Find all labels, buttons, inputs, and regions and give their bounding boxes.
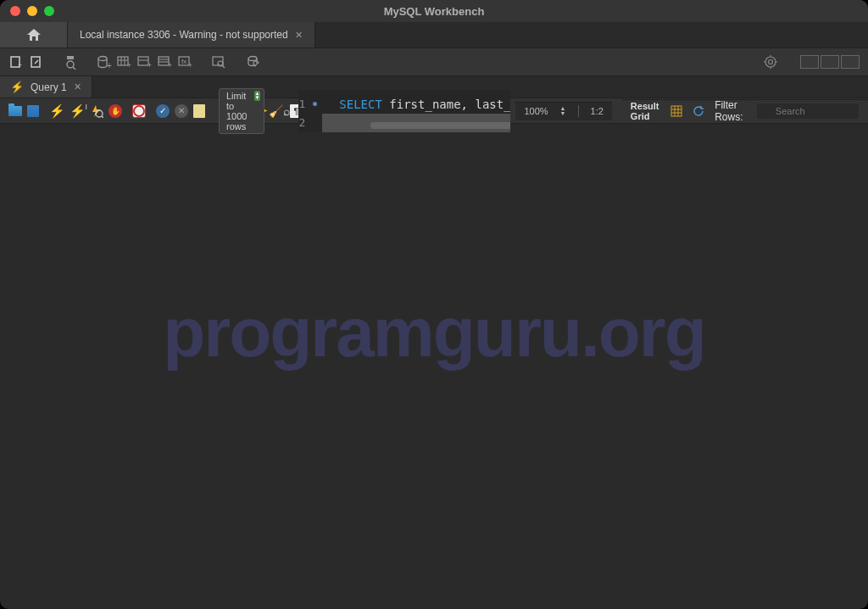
main-toolbar: + + + + + fx+: [0, 47, 868, 76]
refresh-icon[interactable]: [693, 104, 704, 118]
zoom-percent: 100%: [524, 106, 548, 116]
stop-button[interactable]: [108, 103, 122, 119]
open-sql-file-button[interactable]: [29, 54, 44, 70]
svg-point-4: [67, 61, 74, 68]
svg-point-26: [248, 57, 257, 61]
beautify-button[interactable]: 🧹: [269, 103, 283, 119]
find-button[interactable]: ⌕: [283, 103, 290, 119]
filter-label: Filter Rows:: [715, 99, 747, 123]
toggle-limit-button[interactable]: [193, 103, 205, 119]
db-reconnect-button[interactable]: [246, 54, 261, 70]
svg-text:+: +: [127, 61, 131, 69]
svg-text:+: +: [147, 61, 152, 69]
connection-tab-strip: Local instance 3306 - Warning - not supp…: [0, 22, 868, 47]
toggle-output-button[interactable]: [841, 55, 860, 69]
close-window-button[interactable]: [10, 6, 20, 16]
table-create-button[interactable]: +: [117, 54, 132, 70]
home-icon: [26, 28, 42, 42]
results-title: Result Grid: [631, 101, 660, 121]
zoom-stepper[interactable]: ▲▼: [560, 106, 566, 116]
settings-button[interactable]: [763, 54, 778, 70]
editor-status-bar: 100% ▲▼ 1:2: [515, 102, 611, 120]
window-title: MySQL Workbench: [384, 5, 485, 18]
open-file-button[interactable]: [8, 103, 22, 119]
toggle-secondary-sidebar-button[interactable]: [821, 55, 839, 69]
grid-view-icon[interactable]: [670, 104, 682, 118]
limit-rows-label: Limit to 1000 rows: [226, 91, 247, 131]
lightning-icon: ⚡: [10, 81, 24, 93]
save-file-button[interactable]: [27, 103, 39, 119]
search-table-button[interactable]: [212, 54, 227, 70]
execute-current-button[interactable]: ⚡: [70, 103, 85, 119]
limit-rows-select[interactable]: Limit to 1000 rows ▲▼: [219, 88, 264, 134]
editor-toolbar: ⚡ ⚡ ✓ ✕ Limit to 1000 rows ▲▼ ✦ 🧹 ⌕ ¶ ↩ …: [0, 98, 868, 124]
stepper-icon: ▲▼: [254, 91, 261, 101]
svg-point-27: [765, 57, 776, 67]
svg-text:+: +: [188, 61, 192, 69]
toggle-sidebar-button[interactable]: [800, 55, 819, 69]
function-create-button[interactable]: fx+: [178, 54, 193, 70]
svg-text:+: +: [18, 61, 22, 69]
execute-button[interactable]: ⚡: [49, 103, 64, 119]
line-gutter: 1 2: [298, 90, 322, 132]
query-tab-label: Query 1: [31, 81, 67, 93]
statement-marker-icon: [313, 102, 317, 106]
rollback-button[interactable]: ✕: [175, 103, 188, 119]
commit-button[interactable]: ✓: [156, 103, 170, 119]
view-create-button[interactable]: +: [137, 54, 153, 70]
home-tab[interactable]: [0, 22, 68, 47]
connection-tab-label: Local instance 3306 - Warning - not supp…: [80, 29, 288, 41]
svg-rect-35: [671, 106, 682, 116]
snippet-button[interactable]: ✦ 🧹 ⌕ ¶ ↩: [278, 103, 293, 119]
close-tab-icon[interactable]: ✕: [295, 30, 303, 41]
explain-button[interactable]: [90, 103, 103, 119]
toggle-autocommit-button[interactable]: [132, 103, 146, 119]
cursor-position: 1:2: [591, 106, 604, 116]
procedure-create-button[interactable]: +: [158, 54, 173, 70]
svg-point-28: [769, 60, 773, 64]
query-tab[interactable]: ⚡ Query 1 ✕: [0, 76, 92, 98]
db-create-button[interactable]: +: [97, 54, 112, 70]
svg-text:fx: fx: [181, 58, 186, 65]
filter-rows-input[interactable]: [757, 103, 859, 119]
app-window: MySQL Workbench Local instance 3306 - Wa…: [0, 0, 868, 609]
connection-tab[interactable]: Local instance 3306 - Warning - not supp…: [68, 22, 315, 47]
new-sql-tab-button[interactable]: +: [8, 54, 24, 70]
watermark-text: programguru.org: [0, 293, 868, 372]
svg-line-34: [102, 116, 103, 118]
minimize-window-button[interactable]: [27, 6, 37, 16]
maximize-window-button[interactable]: [44, 6, 54, 16]
close-query-tab-icon[interactable]: ✕: [74, 81, 81, 92]
svg-text:+: +: [168, 61, 172, 69]
inspector-button[interactable]: [63, 54, 78, 70]
titlebar: MySQL Workbench: [0, 0, 868, 22]
svg-rect-3: [67, 56, 74, 59]
sql-editor[interactable]: 1 2 SELECT first_name, last_name FROM em…: [298, 90, 510, 132]
svg-line-5: [73, 67, 75, 70]
svg-point-33: [96, 110, 103, 117]
results-toolbar: Result Grid Filter Rows: Export: ▫: [622, 99, 868, 123]
editor-horizontal-scrollbar[interactable]: [370, 122, 502, 129]
svg-text:+: +: [107, 61, 112, 70]
svg-point-6: [98, 57, 107, 61]
